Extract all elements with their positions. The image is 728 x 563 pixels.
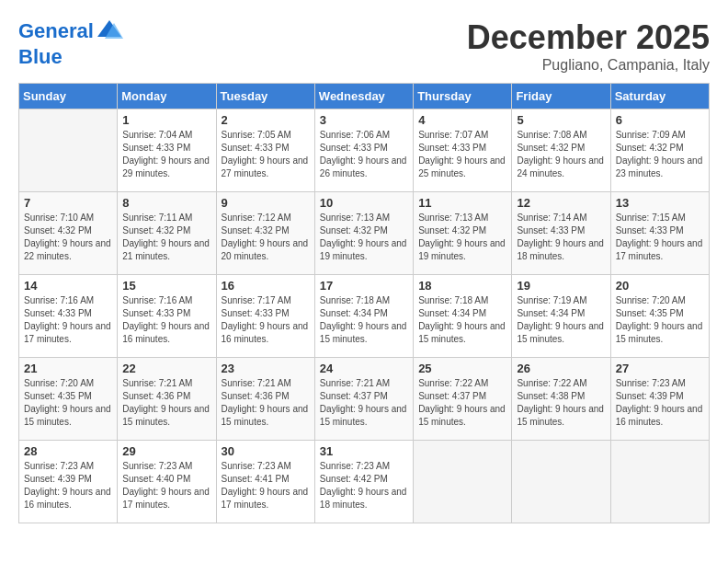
day-number: 1 [122,113,210,127]
daylight: Daylight: 9 hours and 23 minutes. [616,155,703,178]
day-number: 14 [24,279,112,293]
calendar-cell: 3Sunrise: 7:06 AMSunset: 4:33 PMDaylight… [314,109,413,192]
day-info: Sunrise: 7:23 AMSunset: 4:42 PMDaylight:… [320,460,408,511]
calendar-cell: 25Sunrise: 7:22 AMSunset: 4:37 PMDayligh… [414,358,512,441]
calendar-cell: 15Sunrise: 7:16 AMSunset: 4:33 PMDayligh… [118,275,216,358]
day-info: Sunrise: 7:23 AMSunset: 4:39 PMDaylight:… [24,460,112,511]
day-info: Sunrise: 7:18 AMSunset: 4:34 PMDaylight:… [320,294,408,346]
calendar-week-3: 14Sunrise: 7:16 AMSunset: 4:33 PMDayligh… [19,275,710,358]
calendar-cell: 22Sunrise: 7:21 AMSunset: 4:36 PMDayligh… [118,358,216,441]
daylight: Daylight: 9 hours and 15 minutes. [418,404,506,427]
calendar-cell: 7Sunrise: 7:10 AMSunset: 4:32 PMDaylight… [19,192,118,275]
day-number: 5 [517,113,605,127]
calendar-cell: 28Sunrise: 7:23 AMSunset: 4:39 PMDayligh… [19,441,118,523]
day-info: Sunrise: 7:13 AMSunset: 4:32 PMDaylight:… [418,212,506,263]
daylight: Daylight: 9 hours and 16 minutes. [616,404,703,427]
sunset: Sunset: 4:39 PM [24,474,92,484]
sunrise: Sunrise: 7:21 AM [320,378,390,388]
weekday-header-monday: Monday [118,84,216,109]
sunrise: Sunrise: 7:08 AM [517,130,586,140]
sunrise: Sunrise: 7:19 AM [517,295,586,305]
sunset: Sunset: 4:33 PM [122,308,190,318]
sunset: Sunset: 4:32 PM [418,225,486,236]
daylight: Daylight: 9 hours and 17 minutes. [24,321,111,344]
calendar-week-4: 21Sunrise: 7:20 AMSunset: 4:35 PMDayligh… [19,358,710,441]
sunrise: Sunrise: 7:23 AM [320,461,390,471]
day-number: 25 [418,362,506,375]
weekday-header-sunday: Sunday [19,84,118,109]
sunset: Sunset: 4:33 PM [517,225,585,236]
calendar-table: SundayMondayTuesdayWednesdayThursdayFrid… [18,83,710,523]
day-number: 4 [418,113,506,127]
day-number: 24 [320,362,408,375]
calendar-week-2: 7Sunrise: 7:10 AMSunset: 4:32 PMDaylight… [19,192,710,275]
day-info: Sunrise: 7:21 AMSunset: 4:37 PMDaylight:… [320,377,408,429]
sunset: Sunset: 4:33 PM [222,308,290,318]
weekday-header-row: SundayMondayTuesdayWednesdayThursdayFrid… [19,84,710,109]
calendar-cell: 27Sunrise: 7:23 AMSunset: 4:39 PMDayligh… [610,358,709,441]
sunset: Sunset: 4:32 PM [222,225,290,236]
daylight: Daylight: 9 hours and 15 minutes. [517,321,604,344]
sunrise: Sunrise: 7:22 AM [418,378,488,388]
day-number: 3 [320,113,408,127]
day-info: Sunrise: 7:22 AMSunset: 4:37 PMDaylight:… [418,377,506,429]
day-info: Sunrise: 7:23 AMSunset: 4:40 PMDaylight:… [122,460,210,511]
sunrise: Sunrise: 7:17 AM [222,295,291,305]
weekday-header-wednesday: Wednesday [314,84,413,109]
sunrise: Sunrise: 7:10 AM [24,213,94,223]
sunrise: Sunrise: 7:04 AM [122,130,192,140]
daylight: Daylight: 9 hours and 20 minutes. [222,238,309,261]
sunrise: Sunrise: 7:13 AM [418,213,488,223]
day-info: Sunrise: 7:05 AMSunset: 4:33 PMDaylight:… [222,129,310,180]
day-number: 6 [616,113,704,127]
sunrise: Sunrise: 7:09 AM [616,130,686,140]
calendar-cell: 11Sunrise: 7:13 AMSunset: 4:32 PMDayligh… [414,192,512,275]
sunrise: Sunrise: 7:14 AM [517,213,586,223]
calendar-cell: 9Sunrise: 7:12 AMSunset: 4:32 PMDaylight… [216,192,314,275]
daylight: Daylight: 9 hours and 27 minutes. [222,155,309,178]
logo-line1: General [18,19,94,42]
day-info: Sunrise: 7:11 AMSunset: 4:32 PMDaylight:… [122,212,210,263]
day-info: Sunrise: 7:04 AMSunset: 4:33 PMDaylight:… [122,129,210,180]
day-info: Sunrise: 7:07 AMSunset: 4:33 PMDaylight:… [418,129,506,180]
sunrise: Sunrise: 7:23 AM [616,378,686,388]
sunset: Sunset: 4:32 PM [616,143,684,153]
sunrise: Sunrise: 7:05 AM [222,130,291,140]
sunrise: Sunrise: 7:21 AM [222,378,291,388]
day-number: 11 [418,196,506,210]
sunset: Sunset: 4:36 PM [122,391,190,401]
sunset: Sunset: 4:41 PM [222,474,290,484]
calendar-cell: 21Sunrise: 7:20 AMSunset: 4:35 PMDayligh… [19,358,118,441]
daylight: Daylight: 9 hours and 19 minutes. [418,238,506,261]
location: Pugliano, Campania, Italy [467,57,710,74]
sunrise: Sunrise: 7:23 AM [122,461,192,471]
day-number: 29 [122,444,210,458]
day-number: 12 [517,196,605,210]
sunrise: Sunrise: 7:16 AM [24,295,94,305]
sunrise: Sunrise: 7:18 AM [418,295,488,305]
day-number: 28 [24,444,112,458]
sunrise: Sunrise: 7:16 AM [122,295,192,305]
day-number: 9 [222,196,310,210]
weekday-header-friday: Friday [512,84,610,109]
day-info: Sunrise: 7:13 AMSunset: 4:32 PMDaylight:… [320,212,408,263]
sunset: Sunset: 4:35 PM [24,391,92,401]
day-info: Sunrise: 7:17 AMSunset: 4:33 PMDaylight:… [222,294,310,346]
logo: General Blue [18,18,123,68]
sunrise: Sunrise: 7:21 AM [122,378,192,388]
calendar-cell: 19Sunrise: 7:19 AMSunset: 4:34 PMDayligh… [512,275,610,358]
daylight: Daylight: 9 hours and 22 minutes. [24,238,111,261]
sunrise: Sunrise: 7:20 AM [616,295,686,305]
weekday-header-tuesday: Tuesday [216,84,314,109]
day-info: Sunrise: 7:09 AMSunset: 4:32 PMDaylight:… [616,129,704,180]
daylight: Daylight: 9 hours and 17 minutes. [122,487,210,510]
day-number: 22 [122,362,210,375]
day-info: Sunrise: 7:20 AMSunset: 4:35 PMDaylight:… [616,294,704,346]
day-info: Sunrise: 7:16 AMSunset: 4:33 PMDaylight:… [122,294,210,346]
sunset: Sunset: 4:33 PM [222,143,290,153]
calendar-cell: 30Sunrise: 7:23 AMSunset: 4:41 PMDayligh… [216,441,314,523]
calendar-week-5: 28Sunrise: 7:23 AMSunset: 4:39 PMDayligh… [19,441,710,523]
calendar-cell [414,441,512,523]
sunrise: Sunrise: 7:06 AM [320,130,390,140]
daylight: Daylight: 9 hours and 15 minutes. [320,321,407,344]
